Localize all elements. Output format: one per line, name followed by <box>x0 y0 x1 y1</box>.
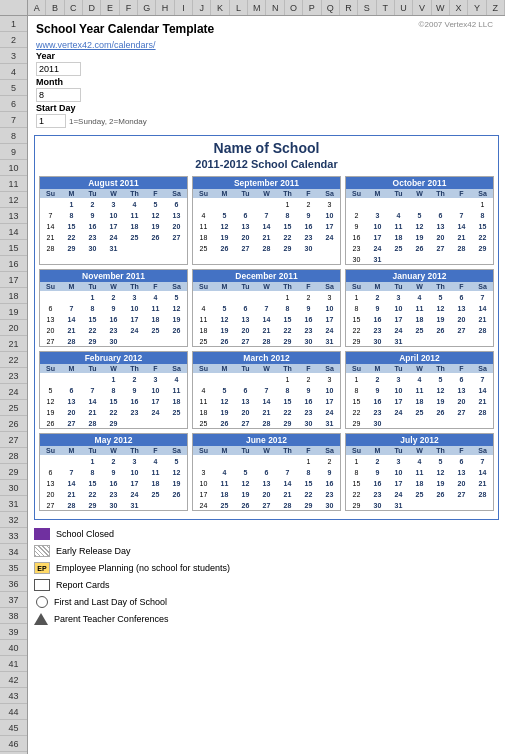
day-of-week-header: Sa <box>319 446 340 455</box>
day-cell: 22 <box>277 324 298 335</box>
day-cell: 27 <box>451 406 472 417</box>
day-cell: 24 <box>319 231 340 242</box>
day-cell: 8 <box>346 466 367 477</box>
day-of-week-header: Su <box>346 282 367 291</box>
day-cell: 0 <box>40 373 61 384</box>
day-cell: 6 <box>166 198 187 209</box>
day-cell: 3 <box>124 291 145 302</box>
day-of-week-header: Sa <box>166 282 187 291</box>
top-section: School Year Calendar Template www.vertex… <box>32 20 501 131</box>
day-of-week-header: F <box>451 282 472 291</box>
month-days-header-4: SuMTuWThFSa <box>193 282 340 291</box>
day-cell: 16 <box>319 477 340 488</box>
col-u: U <box>395 0 413 15</box>
day-cell: 20 <box>451 395 472 406</box>
day-of-week-header: Th <box>124 446 145 455</box>
day-cell: 8 <box>472 209 493 220</box>
day-cell: 5 <box>166 455 187 466</box>
day-of-week-header: Th <box>430 189 451 198</box>
day-cell: 19 <box>40 406 61 417</box>
day-cell: 22 <box>61 231 82 242</box>
day-cell: 26 <box>430 488 451 499</box>
day-cell: 6 <box>40 466 61 477</box>
day-cell: 29 <box>346 417 367 428</box>
day-cell: 7 <box>451 209 472 220</box>
day-of-week-header: Tu <box>82 364 103 373</box>
day-of-week-header: Tu <box>82 189 103 198</box>
day-cell: 16 <box>103 313 124 324</box>
day-of-week-header: Tu <box>388 189 409 198</box>
day-of-week-header: Tu <box>235 364 256 373</box>
day-cell: 24 <box>319 324 340 335</box>
day-cell: 3 <box>388 455 409 466</box>
day-of-week-header: M <box>367 364 388 373</box>
day-cell: 12 <box>430 302 451 313</box>
website-link[interactable]: www.vertex42.com/calendars/ <box>32 40 218 50</box>
start-day-input[interactable] <box>36 114 66 128</box>
day-cell: 20 <box>256 488 277 499</box>
col-v: V <box>413 0 431 15</box>
day-cell: 9 <box>124 384 145 395</box>
day-cell: 12 <box>166 466 187 477</box>
day-cell: 10 <box>388 302 409 313</box>
day-cell: 11 <box>145 466 166 477</box>
day-cell: 21 <box>256 231 277 242</box>
day-cell: 20 <box>451 313 472 324</box>
day-cell: 11 <box>166 384 187 395</box>
day-cell: 5 <box>145 198 166 209</box>
day-cell: 17 <box>319 313 340 324</box>
day-cell: 0 <box>472 335 493 346</box>
month-header-3: November 2011 <box>40 270 187 282</box>
month-header-2: October 2011 <box>346 177 493 189</box>
day-cell: 0 <box>166 417 187 428</box>
day-cell: 19 <box>235 488 256 499</box>
row-39: 39 <box>0 624 27 640</box>
row-35: 35 <box>0 560 27 576</box>
row-23: 23 <box>0 368 27 384</box>
col-a: A <box>28 0 46 15</box>
day-cell: 23 <box>346 242 367 253</box>
day-cell: 21 <box>472 477 493 488</box>
day-cell: 15 <box>346 313 367 324</box>
day-cell: 24 <box>145 406 166 417</box>
day-cell: 28 <box>256 335 277 346</box>
day-of-week-header: Su <box>346 364 367 373</box>
col-c: C <box>65 0 83 15</box>
day-cell: 0 <box>166 499 187 510</box>
input-section: Year Month Start Day <box>32 51 218 129</box>
day-cell: 0 <box>409 198 430 209</box>
month-days-8: 1234567891011121314151617181920212223242… <box>346 373 493 428</box>
day-cell: 7 <box>277 466 298 477</box>
day-cell: 13 <box>451 466 472 477</box>
col-b: B <box>46 0 64 15</box>
day-cell: 19 <box>166 313 187 324</box>
day-cell: 21 <box>472 395 493 406</box>
day-cell: 26 <box>166 488 187 499</box>
day-cell: 5 <box>40 384 61 395</box>
day-of-week-header: Sa <box>166 364 187 373</box>
row-15: 15 <box>0 240 27 256</box>
school-year-title: 2011-2012 School Calendar <box>39 158 494 170</box>
day-cell: 1 <box>277 373 298 384</box>
col-n: N <box>266 0 284 15</box>
day-cell: 3 <box>145 373 166 384</box>
day-cell: 25 <box>409 406 430 417</box>
day-cell: 6 <box>235 302 256 313</box>
day-cell: 1 <box>472 198 493 209</box>
day-cell: 4 <box>409 373 430 384</box>
day-cell: 29 <box>82 335 103 346</box>
year-input[interactable] <box>36 62 81 76</box>
day-cell: 19 <box>145 220 166 231</box>
month-input[interactable] <box>36 88 81 102</box>
day-cell: 12 <box>235 477 256 488</box>
day-cell: 18 <box>388 231 409 242</box>
day-cell: 10 <box>367 220 388 231</box>
col-g: G <box>138 0 156 15</box>
row-8: 8 <box>0 128 27 144</box>
day-cell: 13 <box>451 384 472 395</box>
day-cell: 2 <box>298 198 319 209</box>
day-cell: 5 <box>235 466 256 477</box>
month-header-11: July 2012 <box>346 434 493 446</box>
legend-item-2: EPEmployee Planning (no school for stude… <box>34 562 499 574</box>
day-cell: 0 <box>409 417 430 428</box>
